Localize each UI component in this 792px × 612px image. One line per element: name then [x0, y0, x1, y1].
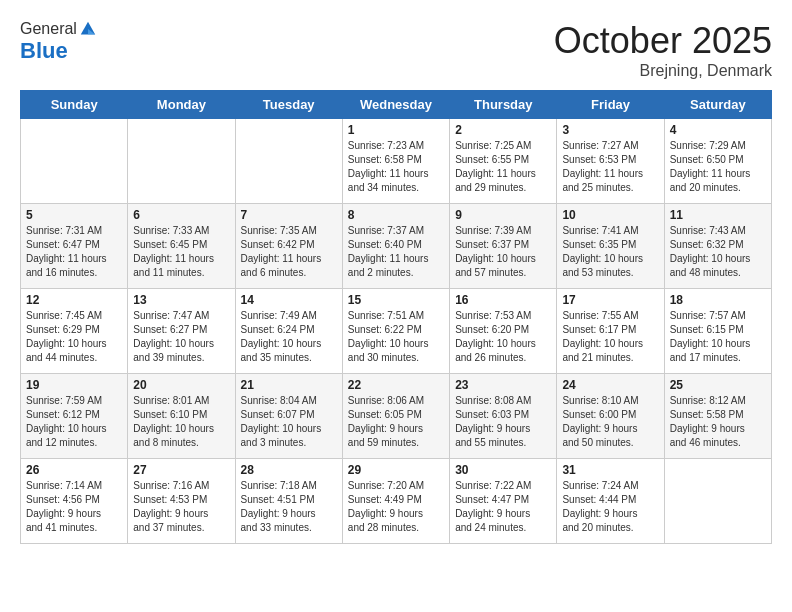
- day-info: Sunrise: 7:41 AM Sunset: 6:35 PM Dayligh…: [562, 224, 658, 280]
- location: Brejning, Denmark: [554, 62, 772, 80]
- day-number: 28: [241, 463, 337, 477]
- calendar-cell: 16Sunrise: 7:53 AM Sunset: 6:20 PM Dayli…: [450, 289, 557, 374]
- day-info: Sunrise: 7:24 AM Sunset: 4:44 PM Dayligh…: [562, 479, 658, 535]
- day-info: Sunrise: 7:59 AM Sunset: 6:12 PM Dayligh…: [26, 394, 122, 450]
- day-info: Sunrise: 8:12 AM Sunset: 5:58 PM Dayligh…: [670, 394, 766, 450]
- day-info: Sunrise: 8:04 AM Sunset: 6:07 PM Dayligh…: [241, 394, 337, 450]
- day-number: 18: [670, 293, 766, 307]
- weekday-header-tuesday: Tuesday: [235, 91, 342, 119]
- calendar-cell: [664, 459, 771, 544]
- day-info: Sunrise: 7:39 AM Sunset: 6:37 PM Dayligh…: [455, 224, 551, 280]
- day-info: Sunrise: 7:57 AM Sunset: 6:15 PM Dayligh…: [670, 309, 766, 365]
- calendar-cell: 23Sunrise: 8:08 AM Sunset: 6:03 PM Dayli…: [450, 374, 557, 459]
- calendar-cell: 15Sunrise: 7:51 AM Sunset: 6:22 PM Dayli…: [342, 289, 449, 374]
- calendar-cell: 8Sunrise: 7:37 AM Sunset: 6:40 PM Daylig…: [342, 204, 449, 289]
- month-title: October 2025: [554, 20, 772, 62]
- logo-general-text: General: [20, 20, 77, 38]
- weekday-header-thursday: Thursday: [450, 91, 557, 119]
- day-number: 22: [348, 378, 444, 392]
- calendar-cell: 19Sunrise: 7:59 AM Sunset: 6:12 PM Dayli…: [21, 374, 128, 459]
- logo-blue-text: Blue: [20, 38, 97, 64]
- day-number: 2: [455, 123, 551, 137]
- day-number: 5: [26, 208, 122, 222]
- calendar-body: 1Sunrise: 7:23 AM Sunset: 6:58 PM Daylig…: [21, 119, 772, 544]
- day-info: Sunrise: 7:20 AM Sunset: 4:49 PM Dayligh…: [348, 479, 444, 535]
- day-info: Sunrise: 7:31 AM Sunset: 6:47 PM Dayligh…: [26, 224, 122, 280]
- day-number: 30: [455, 463, 551, 477]
- calendar-cell: 5Sunrise: 7:31 AM Sunset: 6:47 PM Daylig…: [21, 204, 128, 289]
- calendar-week-row: 26Sunrise: 7:14 AM Sunset: 4:56 PM Dayli…: [21, 459, 772, 544]
- day-number: 14: [241, 293, 337, 307]
- calendar-cell: 18Sunrise: 7:57 AM Sunset: 6:15 PM Dayli…: [664, 289, 771, 374]
- day-number: 6: [133, 208, 229, 222]
- day-number: 9: [455, 208, 551, 222]
- calendar-cell: 17Sunrise: 7:55 AM Sunset: 6:17 PM Dayli…: [557, 289, 664, 374]
- day-info: Sunrise: 7:25 AM Sunset: 6:55 PM Dayligh…: [455, 139, 551, 195]
- calendar-cell: 26Sunrise: 7:14 AM Sunset: 4:56 PM Dayli…: [21, 459, 128, 544]
- day-info: Sunrise: 7:53 AM Sunset: 6:20 PM Dayligh…: [455, 309, 551, 365]
- day-number: 23: [455, 378, 551, 392]
- weekday-header-wednesday: Wednesday: [342, 91, 449, 119]
- calendar-cell: 21Sunrise: 8:04 AM Sunset: 6:07 PM Dayli…: [235, 374, 342, 459]
- day-info: Sunrise: 7:55 AM Sunset: 6:17 PM Dayligh…: [562, 309, 658, 365]
- day-number: 8: [348, 208, 444, 222]
- day-number: 16: [455, 293, 551, 307]
- weekday-header-monday: Monday: [128, 91, 235, 119]
- day-info: Sunrise: 7:23 AM Sunset: 6:58 PM Dayligh…: [348, 139, 444, 195]
- calendar-cell: 13Sunrise: 7:47 AM Sunset: 6:27 PM Dayli…: [128, 289, 235, 374]
- day-number: 17: [562, 293, 658, 307]
- day-info: Sunrise: 7:47 AM Sunset: 6:27 PM Dayligh…: [133, 309, 229, 365]
- day-number: 29: [348, 463, 444, 477]
- calendar-cell: 24Sunrise: 8:10 AM Sunset: 6:00 PM Dayli…: [557, 374, 664, 459]
- calendar-cell: 9Sunrise: 7:39 AM Sunset: 6:37 PM Daylig…: [450, 204, 557, 289]
- day-info: Sunrise: 7:16 AM Sunset: 4:53 PM Dayligh…: [133, 479, 229, 535]
- day-info: Sunrise: 7:35 AM Sunset: 6:42 PM Dayligh…: [241, 224, 337, 280]
- day-info: Sunrise: 7:37 AM Sunset: 6:40 PM Dayligh…: [348, 224, 444, 280]
- calendar-cell: 14Sunrise: 7:49 AM Sunset: 6:24 PM Dayli…: [235, 289, 342, 374]
- logo-icon: [79, 20, 97, 38]
- calendar-cell: 25Sunrise: 8:12 AM Sunset: 5:58 PM Dayli…: [664, 374, 771, 459]
- day-number: 15: [348, 293, 444, 307]
- day-number: 25: [670, 378, 766, 392]
- calendar-week-row: 5Sunrise: 7:31 AM Sunset: 6:47 PM Daylig…: [21, 204, 772, 289]
- day-info: Sunrise: 7:22 AM Sunset: 4:47 PM Dayligh…: [455, 479, 551, 535]
- calendar-week-row: 1Sunrise: 7:23 AM Sunset: 6:58 PM Daylig…: [21, 119, 772, 204]
- logo: General Blue: [20, 20, 97, 64]
- day-number: 26: [26, 463, 122, 477]
- weekday-header-sunday: Sunday: [21, 91, 128, 119]
- day-number: 27: [133, 463, 229, 477]
- calendar-cell: 11Sunrise: 7:43 AM Sunset: 6:32 PM Dayli…: [664, 204, 771, 289]
- calendar-cell: 12Sunrise: 7:45 AM Sunset: 6:29 PM Dayli…: [21, 289, 128, 374]
- day-info: Sunrise: 7:14 AM Sunset: 4:56 PM Dayligh…: [26, 479, 122, 535]
- day-number: 3: [562, 123, 658, 137]
- calendar-cell: [235, 119, 342, 204]
- calendar-cell: [128, 119, 235, 204]
- day-number: 31: [562, 463, 658, 477]
- day-info: Sunrise: 7:18 AM Sunset: 4:51 PM Dayligh…: [241, 479, 337, 535]
- day-number: 13: [133, 293, 229, 307]
- day-info: Sunrise: 7:49 AM Sunset: 6:24 PM Dayligh…: [241, 309, 337, 365]
- calendar-cell: 31Sunrise: 7:24 AM Sunset: 4:44 PM Dayli…: [557, 459, 664, 544]
- calendar-header-row: SundayMondayTuesdayWednesdayThursdayFrid…: [21, 91, 772, 119]
- day-number: 24: [562, 378, 658, 392]
- calendar-cell: 28Sunrise: 7:18 AM Sunset: 4:51 PM Dayli…: [235, 459, 342, 544]
- day-number: 4: [670, 123, 766, 137]
- calendar-cell: 7Sunrise: 7:35 AM Sunset: 6:42 PM Daylig…: [235, 204, 342, 289]
- day-info: Sunrise: 8:10 AM Sunset: 6:00 PM Dayligh…: [562, 394, 658, 450]
- day-number: 20: [133, 378, 229, 392]
- day-number: 19: [26, 378, 122, 392]
- day-number: 1: [348, 123, 444, 137]
- day-info: Sunrise: 7:51 AM Sunset: 6:22 PM Dayligh…: [348, 309, 444, 365]
- day-number: 11: [670, 208, 766, 222]
- day-info: Sunrise: 7:27 AM Sunset: 6:53 PM Dayligh…: [562, 139, 658, 195]
- day-number: 12: [26, 293, 122, 307]
- calendar-cell: 3Sunrise: 7:27 AM Sunset: 6:53 PM Daylig…: [557, 119, 664, 204]
- page-header: General Blue October 2025 Brejning, Denm…: [20, 20, 772, 80]
- day-number: 10: [562, 208, 658, 222]
- calendar-cell: [21, 119, 128, 204]
- calendar-cell: 27Sunrise: 7:16 AM Sunset: 4:53 PM Dayli…: [128, 459, 235, 544]
- calendar-cell: 20Sunrise: 8:01 AM Sunset: 6:10 PM Dayli…: [128, 374, 235, 459]
- calendar-cell: 30Sunrise: 7:22 AM Sunset: 4:47 PM Dayli…: [450, 459, 557, 544]
- calendar-cell: 6Sunrise: 7:33 AM Sunset: 6:45 PM Daylig…: [128, 204, 235, 289]
- title-block: October 2025 Brejning, Denmark: [554, 20, 772, 80]
